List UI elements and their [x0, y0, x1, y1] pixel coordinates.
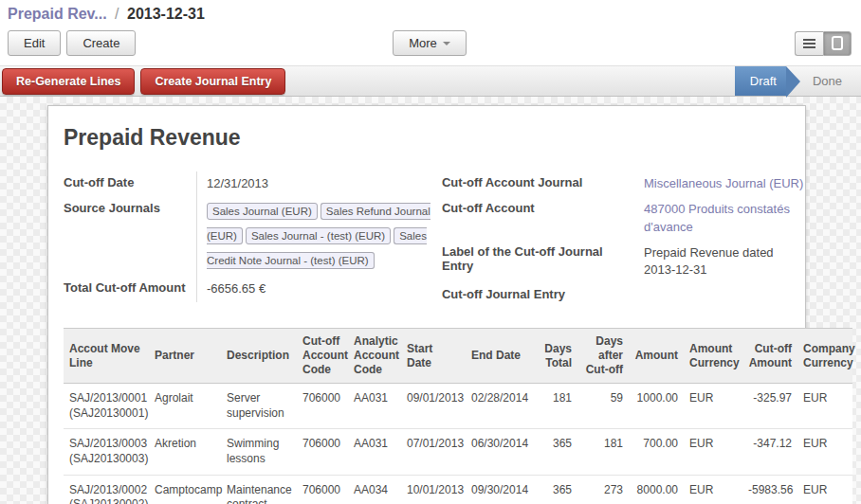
table-row[interactable]: SAJ/2013/0003 (SAJ20130003)AkretionSwimm… — [64, 429, 852, 475]
view-switcher — [795, 31, 852, 56]
column-header[interactable]: Accout Move Line — [64, 329, 149, 384]
cutoff-journal-entry-value — [634, 283, 805, 305]
column-header[interactable]: Company Currency — [797, 329, 852, 384]
table-cell: Swimming lessons — [221, 429, 297, 475]
cutoff-date-label: Cut-off Date — [64, 171, 196, 197]
table-cell: Server supervision — [221, 384, 297, 429]
journal-tag[interactable]: Sales Journal (EUR) — [207, 203, 318, 220]
table-cell: 706000 — [297, 429, 348, 475]
table-cell: Camptocamp — [149, 475, 221, 504]
table-cell: 706000 — [297, 475, 348, 504]
table-body: SAJ/2013/0001 (SAJ20130001)AgrolaitServe… — [64, 384, 852, 504]
source-journal-tags: Sales Journal (EUR)Sales Refund Journal … — [196, 197, 442, 277]
statusbar-states: Draft Done — [735, 66, 861, 96]
journal-entry-label-label: Label of the Cut-off Journal Entry — [442, 241, 634, 284]
page-title: Prepaid Revenue — [64, 125, 805, 151]
total-cutoff-amount-value: -6656.65 € — [196, 277, 442, 302]
cutoff-date-value: 12/31/2013 — [196, 171, 442, 197]
form-fields: Cut-off Date 12/31/2013 Source Journals … — [64, 171, 805, 305]
table-cell: AA031 — [348, 429, 401, 475]
column-header[interactable]: End Date — [466, 329, 538, 384]
cutoff-account-journal-value[interactable]: Miscellaneous Journal (EUR) — [634, 171, 805, 197]
table-cell: -325.97 — [742, 384, 797, 429]
list-view-icon — [803, 43, 815, 45]
table-cell: AA031 — [348, 384, 401, 429]
table-cell: 365 — [538, 429, 577, 475]
journal-tag[interactable]: Sales Journal - (test) (EUR) — [246, 227, 391, 244]
column-header[interactable]: Days after Cut-off — [577, 329, 629, 384]
table-cell: 181 — [577, 429, 629, 475]
chevron-down-icon — [443, 42, 450, 45]
table-row[interactable]: SAJ/2013/0002 (SAJ20130002)CamptocampMai… — [64, 475, 852, 504]
create-journal-entry-button[interactable]: Create Journal Entry — [140, 68, 285, 95]
edit-button[interactable]: Edit — [8, 30, 61, 56]
table-cell: 8000.00 — [629, 475, 684, 504]
breadcrumb-current: 2013-12-31 — [127, 6, 205, 22]
table-cell: 1000.00 — [629, 384, 684, 429]
table-cell: 273 — [577, 475, 629, 504]
create-button[interactable]: Create — [66, 30, 136, 56]
column-header[interactable]: Amount — [629, 329, 684, 384]
table-cell: -347.12 — [742, 429, 797, 475]
table-cell: 07/01/2013 — [401, 429, 466, 475]
list-view-button[interactable] — [795, 31, 823, 56]
table-cell: EUR — [797, 429, 852, 475]
table-cell: 09/30/2014 — [466, 475, 538, 504]
content-area: Prepaid Revenue Cut-off Date 12/31/2013 … — [0, 97, 861, 504]
table-cell: 10/01/2013 — [401, 475, 466, 504]
table-cell: EUR — [684, 429, 742, 475]
source-journals-label: Source Journals — [64, 197, 196, 277]
cutoff-account-label: Cut-off Account — [442, 197, 634, 241]
table-cell: SAJ/2013/0003 (SAJ20130003) — [64, 429, 149, 475]
column-header[interactable]: Days Total — [538, 329, 577, 384]
journal-entry-label-value: Prepaid Revenue dated 2013-12-31 — [634, 241, 805, 284]
total-cutoff-amount-label: Total Cut-off Amount — [64, 277, 196, 302]
table-cell: 706000 — [297, 384, 348, 429]
more-button[interactable]: More — [393, 30, 467, 56]
column-header[interactable]: Cut-off Account Code — [297, 329, 348, 384]
table-cell: 59 — [577, 384, 629, 429]
control-bar: Edit Create More — [0, 25, 861, 65]
table-cell: 02/28/2014 — [466, 384, 538, 429]
table-cell: SAJ/2013/0002 (SAJ20130002) — [64, 475, 149, 504]
column-header[interactable]: Partner — [149, 329, 221, 384]
status-draft[interactable]: Draft — [735, 66, 786, 96]
table-cell: -5983.56 — [742, 475, 797, 504]
table-cell: 365 — [538, 475, 577, 504]
table-header-row: Accout Move LinePartnerDescriptionCut-of… — [64, 329, 852, 384]
form-view-icon — [832, 36, 843, 50]
column-header[interactable]: Description — [221, 329, 297, 384]
status-bar: Re-Generate Lines Create Journal Entry D… — [0, 65, 861, 97]
table-cell: 09/01/2013 — [401, 384, 466, 429]
table-cell: EUR — [684, 384, 742, 429]
cutoff-lines-table: Accout Move LinePartnerDescriptionCut-of… — [64, 328, 852, 504]
table-cell: 181 — [538, 384, 577, 429]
more-button-label: More — [409, 36, 437, 50]
table-cell: EUR — [684, 475, 742, 504]
table-cell: Agrolait — [149, 384, 221, 429]
form-sheet: Prepaid Revenue Cut-off Date 12/31/2013 … — [47, 105, 806, 504]
breadcrumb-parent-link[interactable]: Prepaid Rev... — [8, 6, 107, 22]
cutoff-journal-entry-label: Cut-off Journal Entry — [442, 283, 634, 305]
table-cell: EUR — [797, 384, 852, 429]
table-cell: Akretion — [149, 429, 221, 475]
cutoff-account-journal-label: Cut-off Account Journal — [442, 171, 634, 197]
table-cell: 700.00 — [629, 429, 684, 475]
column-header[interactable]: Start Date — [401, 329, 466, 384]
column-header[interactable]: Amount Currency — [684, 329, 742, 384]
regenerate-lines-button[interactable]: Re-Generate Lines — [2, 68, 135, 95]
breadcrumb: Prepaid Rev... / 2013-12-31 — [8, 6, 852, 23]
column-header[interactable]: Analytic Account Code — [348, 329, 401, 384]
table-cell: 06/30/2014 — [466, 429, 538, 475]
breadcrumb-separator: / — [111, 6, 122, 22]
table-cell: Maintenance contract — [221, 475, 297, 504]
cutoff-account-value[interactable]: 487000 Produits constatés d'avance — [634, 197, 805, 241]
table-cell: AA034 — [348, 475, 401, 504]
table-cell: SAJ/2013/0001 (SAJ20130001) — [64, 384, 149, 429]
table-cell: EUR — [797, 475, 852, 504]
table-row[interactable]: SAJ/2013/0001 (SAJ20130001)AgrolaitServe… — [64, 384, 852, 429]
form-view-button[interactable] — [823, 31, 852, 56]
column-header[interactable]: Cut-off Amount — [742, 329, 797, 384]
top-bar: Prepaid Rev... / 2013-12-31 — [0, 0, 861, 25]
